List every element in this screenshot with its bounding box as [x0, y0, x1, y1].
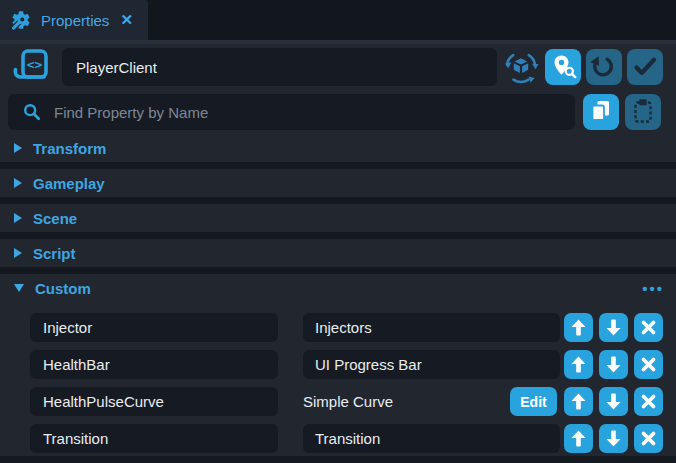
chevron-right-icon	[14, 213, 22, 223]
apply-button[interactable]	[627, 49, 663, 85]
section-scene[interactable]: Scene	[0, 204, 676, 232]
property-key-input[interactable]	[30, 313, 278, 342]
move-up-button[interactable]	[564, 350, 593, 379]
tab-bar: Properties ✕	[0, 0, 676, 40]
property-value-field[interactable]: UI Progress Bar	[303, 350, 560, 379]
copy-properties-button[interactable]	[583, 94, 619, 130]
property-key-input[interactable]	[30, 424, 278, 453]
arrow-down-icon	[599, 424, 628, 453]
move-down-button[interactable]	[599, 350, 628, 379]
arrow-up-icon	[564, 350, 593, 379]
section-custom[interactable]: Custom •••	[0, 274, 676, 302]
section-label: Custom	[35, 280, 91, 297]
arrow-up-icon	[564, 387, 593, 416]
property-search-box[interactable]	[8, 94, 575, 130]
close-icon	[634, 424, 663, 453]
section-divider	[0, 197, 676, 204]
undo-icon	[586, 49, 622, 85]
tab-underline	[0, 40, 676, 44]
property-name-input[interactable]	[62, 48, 497, 86]
section-label: Script	[33, 245, 76, 262]
gear-wrench-icon	[10, 9, 32, 31]
chevron-down-icon	[14, 284, 24, 292]
section-divider	[0, 162, 676, 169]
bottom-divider	[0, 456, 676, 463]
arrow-up-icon	[564, 313, 593, 342]
arrow-down-icon	[599, 313, 628, 342]
close-icon	[634, 313, 663, 342]
move-down-button[interactable]	[599, 424, 628, 453]
custom-property-row: Injectors	[0, 313, 676, 342]
custom-property-row: UI Progress Bar	[0, 350, 676, 379]
search-input[interactable]	[52, 103, 562, 122]
section-label: Scene	[33, 210, 77, 227]
svg-text:<>: <>	[27, 57, 43, 72]
chevron-right-icon	[14, 178, 22, 188]
paste-clipboard-icon	[625, 94, 661, 130]
property-value-field[interactable]: Transition	[303, 424, 560, 453]
move-up-button[interactable]	[564, 387, 593, 416]
chevron-right-icon	[14, 248, 22, 258]
move-down-button[interactable]	[599, 387, 628, 416]
close-icon	[634, 350, 663, 379]
section-gameplay[interactable]: Gameplay	[0, 169, 676, 197]
remove-button[interactable]	[634, 424, 663, 453]
prefab-sync-icon[interactable]	[503, 49, 539, 85]
remove-button[interactable]	[634, 387, 663, 416]
custom-property-row: Simple Curve Edit	[0, 387, 676, 416]
search-icon	[21, 101, 43, 123]
move-up-button[interactable]	[564, 313, 593, 342]
properties-panel: Properties ✕ <>	[0, 0, 676, 463]
section-transform[interactable]: Transform	[0, 134, 676, 162]
section-script[interactable]: Script	[0, 239, 676, 267]
arrow-down-icon	[599, 387, 628, 416]
check-icon	[627, 49, 663, 85]
remove-button[interactable]	[634, 313, 663, 342]
section-label: Transform	[33, 140, 106, 157]
move-up-button[interactable]	[564, 424, 593, 453]
arrow-up-icon	[564, 424, 593, 453]
revert-button[interactable]	[586, 49, 622, 85]
section-label: Gameplay	[33, 175, 105, 192]
copy-icon	[583, 94, 619, 130]
tab-properties[interactable]: Properties ✕	[0, 0, 148, 40]
edit-curve-button[interactable]: Edit	[510, 387, 557, 416]
tab-title: Properties	[41, 12, 109, 29]
find-in-scene-button[interactable]	[545, 49, 581, 85]
remove-button[interactable]	[634, 350, 663, 379]
chevron-right-icon	[14, 143, 22, 153]
paste-properties-button[interactable]	[625, 94, 661, 130]
property-key-input[interactable]	[30, 350, 278, 379]
property-key-input[interactable]	[30, 387, 278, 416]
custom-property-row: Transition	[0, 424, 676, 453]
arrow-down-icon	[599, 350, 628, 379]
more-options-icon[interactable]: •••	[642, 274, 664, 302]
section-divider	[0, 267, 676, 274]
script-icon: <>	[10, 46, 54, 88]
close-icon	[634, 387, 663, 416]
move-down-button[interactable]	[599, 313, 628, 342]
location-pin-search-icon	[545, 49, 581, 85]
property-value-field[interactable]: Injectors	[303, 313, 560, 342]
section-divider	[0, 232, 676, 239]
close-icon[interactable]: ✕	[120, 11, 133, 29]
